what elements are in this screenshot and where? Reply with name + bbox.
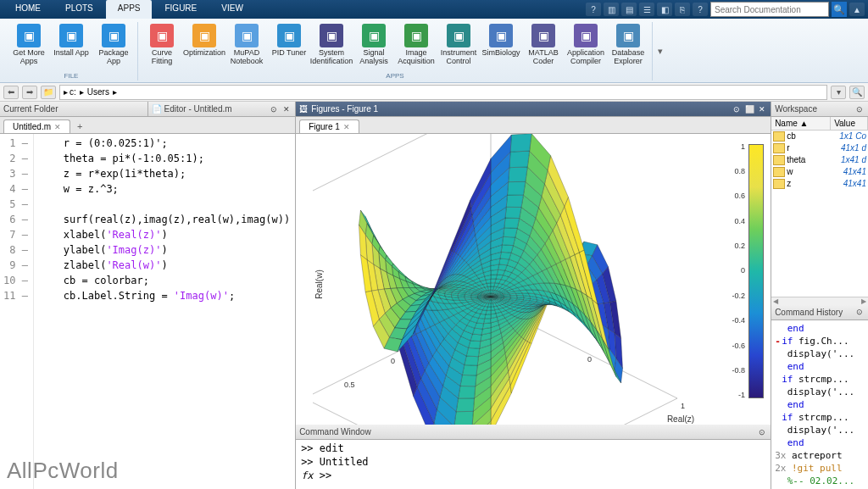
ribbon-button[interactable]: ▣MATLAB Coder [523,22,564,71]
history-item[interactable]: if strcmp... [775,373,865,386]
workspace-header[interactable]: Workspace ⊙ [771,102,868,117]
history-item[interactable]: 2x !git pull [775,462,865,475]
close-icon[interactable]: ✕ [54,123,61,131]
nav-fwd-button[interactable]: ➡ [22,86,37,99]
figure-tab[interactable]: Figure 1 ✕ [299,119,359,133]
menu-tab-apps[interactable]: APPS [106,0,153,19]
workspace-row[interactable]: z41x41 [771,178,868,190]
folder-up-icon[interactable]: 📁 [41,86,56,99]
menu-tab-figure[interactable]: FIGURE [153,0,209,19]
ribbon-button[interactable]: ▣Get More Apps [8,22,49,71]
history-item[interactable]: if strcmp... [775,411,865,424]
ribbon-button[interactable]: ▣PID Tuner [269,22,309,71]
main-area: Current Folder 📄 Editor - Untitled.m ⊙✕ … [0,102,868,489]
command-history-body[interactable]: end-if fig.Ch... display('... endif strc… [771,320,868,490]
app-icon: ▣ [404,24,428,47]
tool-icon[interactable]: ▤ [621,3,637,16]
panel-menu-icon[interactable]: ⊙ [854,104,865,114]
svg-text:0.5: 0.5 [344,380,355,388]
tool-icon[interactable]: ▥ [604,3,619,16]
close-icon[interactable]: ✕ [343,123,350,131]
editor-body[interactable]: 1 —2 —3 —4 —5 —6 —7 —8 —9 —10 —11 — r = … [0,134,295,489]
workspace-row[interactable]: w41x41 [771,166,868,178]
tool-icon[interactable]: ⎘ [675,3,690,16]
scrollbar[interactable]: ◀▶ [771,297,868,305]
editor-code[interactable]: r = (0:0.025:1)'; theta = pi*(-1:0.05:1)… [34,134,295,489]
address-path[interactable]: ▸ c: ▸ Users ▸ [59,85,827,100]
close-icon[interactable]: ✕ [281,104,292,114]
command-window-body[interactable]: >> edit >> Untitledfx >> [296,440,771,489]
ribbon-button[interactable]: ▣Signal Analysis [353,22,394,71]
history-item[interactable]: end [775,436,865,449]
app-icon: ▣ [447,24,470,47]
ribbon-label: MATLAB Coder [525,49,562,66]
path-dropdown-icon[interactable]: ▾ [831,86,846,99]
ribbon-button[interactable]: ▣Instrument Control [438,22,479,71]
panel-menu-icon[interactable]: ⊙ [757,427,767,437]
collapse-icon[interactable]: ▲ [849,3,865,16]
history-item[interactable]: end [775,360,865,373]
figures-header[interactable]: 🖼 Figures - Figure 1 ⊙⬜✕ [296,102,771,117]
menu-tab-plots[interactable]: PLOTS [53,0,105,19]
workspace-row[interactable]: cb1x1 Co [771,131,868,142]
history-item[interactable]: end [775,322,865,335]
search-input[interactable] [710,2,829,17]
col-value[interactable]: Value [831,117,868,130]
editor-tab[interactable]: Untitled.m ✕ [3,119,70,133]
ribbon-button[interactable]: ▣Curve Fitting [142,22,182,71]
history-item[interactable]: -if fig.Ch... [775,335,865,347]
menu-tab-view[interactable]: VIEW [209,0,255,19]
add-tab-button[interactable]: + [72,119,87,133]
tool-icon[interactable]: ◧ [657,3,672,16]
history-item[interactable]: display('... [775,386,865,398]
history-item[interactable]: end [775,398,865,411]
ribbon-button[interactable]: ▣Application Compiler [565,22,606,71]
figure-canvas[interactable]: 10.50-0.5-1-1-0.500.51-101 10.80.60.40.2… [296,134,771,425]
history-item[interactable]: display('... [775,424,865,436]
ribbon-button[interactable]: ▣Image Acquisition [396,22,437,71]
history-item[interactable]: %-- 02.02... [775,475,865,487]
ribbon-label: Get More Apps [10,49,47,66]
help-icon[interactable]: ? [586,3,601,16]
ribbon-overflow-icon[interactable]: ▾ [653,22,668,81]
maximize-icon[interactable]: ⬜ [744,104,754,114]
history-item[interactable]: 3x actreport [775,449,865,462]
app-icon: ▣ [102,24,125,47]
ribbon-label: SimBiology [481,49,520,58]
ribbon-group-label: FILE [64,71,79,81]
ribbon-label: System Identification [310,49,353,66]
panel-menu-icon[interactable]: ⊙ [732,104,742,114]
command-window-header[interactable]: Command Window ⊙ [296,425,771,440]
command-history-title: Command History [775,308,843,317]
workspace-row[interactable]: theta1x41 d [771,154,868,166]
ribbon-button[interactable]: ▣Database Explorer [608,22,648,71]
ribbon-button[interactable]: ▣System Identification [311,22,352,71]
ribbon-button[interactable]: ▣MuPAD Notebook [226,22,267,71]
command-history-header[interactable]: Command History ⊙ [771,305,868,320]
app-icon: ▣ [192,24,216,47]
ribbon-button[interactable]: ▣Optimization [184,22,225,71]
panel-menu-icon[interactable]: ⊙ [269,104,279,114]
z-axis-label: Real(w) [314,270,324,298]
search-path-icon[interactable]: 🔍 [849,86,865,99]
editor-header[interactable]: 📄 Editor - Untitled.m ⊙✕ [147,102,296,117]
ribbon-button[interactable]: ▣SimBiology [481,22,521,71]
tool-icon[interactable]: ☰ [639,3,654,16]
app-icon: ▣ [362,24,386,47]
nav-back-button[interactable]: ⬅ [3,86,19,99]
history-item[interactable]: display('... [775,347,865,360]
search-go-button[interactable]: 🔍 [832,2,847,17]
ribbon-button[interactable]: ▣Install App [51,22,92,71]
current-folder-header[interactable]: Current Folder [0,102,147,117]
close-icon[interactable]: ✕ [757,104,767,114]
ribbon-button[interactable]: ▣Package App [93,22,134,71]
workspace-row[interactable]: r41x1 d [771,142,868,154]
app-icon: ▣ [616,24,640,47]
workspace-body[interactable]: cb1x1 Cor41x1 dtheta1x41 dw41x41z41x41 [771,131,868,297]
col-name[interactable]: Name ▲ [771,117,831,130]
colorbar[interactable] [748,144,764,398]
menu-tab-home[interactable]: HOME [3,0,53,19]
tool-icon[interactable]: ? [693,3,708,16]
panel-menu-icon[interactable]: ⊙ [854,307,865,317]
ribbon-label: Signal Analysis [355,49,392,66]
